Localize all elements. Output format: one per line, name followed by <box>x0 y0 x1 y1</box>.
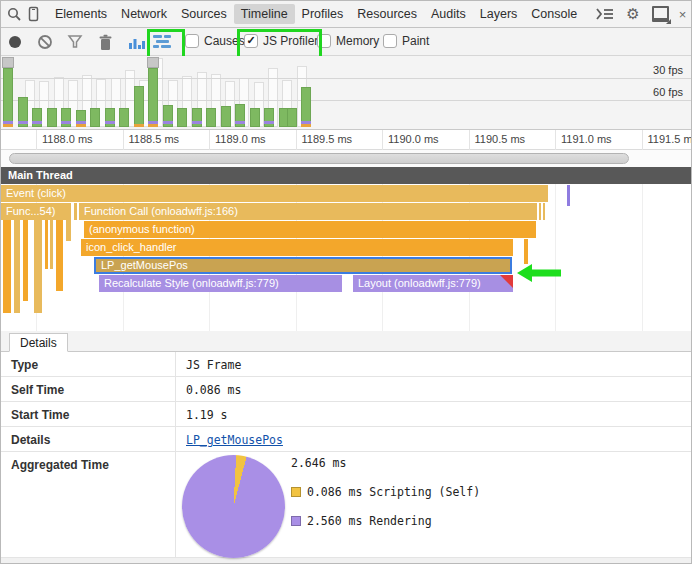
timeline-controls-toolbar: Causes✓JS ProfilerMemoryPaint <box>1 28 691 56</box>
checkbox-box[interactable] <box>317 34 331 48</box>
flame-stripe-bar[interactable] <box>3 220 11 313</box>
tab-sources[interactable]: Sources <box>174 4 234 24</box>
detail-value: JS Frame <box>176 352 241 376</box>
flame-gridline <box>642 184 643 331</box>
detail-link[interactable]: LP_getMousePos <box>186 433 283 447</box>
ruler-label: 1188.0 ms <box>42 133 93 145</box>
frame-bar <box>235 56 245 127</box>
flame-bar-func-54[interactable]: Func...54) <box>1 203 71 220</box>
checkbox-label: Memory <box>336 34 379 48</box>
checkbox-box[interactable]: ✓ <box>244 34 258 48</box>
detail-row-type: TypeJS Frame <box>1 352 691 377</box>
tab-timeline[interactable]: Timeline <box>234 4 295 24</box>
record-button[interactable] <box>9 36 21 48</box>
ruler-tick <box>555 130 556 150</box>
filter-icon[interactable] <box>67 34 83 50</box>
ruler-tick <box>382 130 383 150</box>
flame-bar-function-call-onloadwff-js-166[interactable]: Function Call (onloadwff.js:166) <box>79 203 537 220</box>
flame-bar-event-click[interactable]: Event (click) <box>1 185 548 202</box>
flamechart-view-icon[interactable] <box>153 35 173 49</box>
checkbox-js-profiler[interactable]: ✓JS Profiler <box>244 34 318 48</box>
timeline-overview-chart[interactable]: 30 fps60 fps <box>1 56 691 130</box>
settings-gear-icon[interactable]: ⚙ <box>626 5 639 23</box>
detail-label: Start Time <box>1 402 176 426</box>
tab-network[interactable]: Network <box>114 4 174 24</box>
flame-bar-layout-onloadwff-js-779[interactable]: Layout (onloadwff.js:779) <box>353 275 513 292</box>
ruler-label: 1191.5 ms <box>648 133 692 145</box>
frame-bar <box>163 56 173 127</box>
flame-stripe-bar[interactable] <box>23 220 28 301</box>
flame-fragment[interactable] <box>543 203 546 220</box>
pie-legend-item: 2.560 ms Rendering <box>291 514 480 528</box>
flame-fragment[interactable] <box>539 203 542 220</box>
checkbox-box[interactable] <box>185 34 199 48</box>
frame-bar <box>18 56 28 127</box>
legend-swatch <box>291 487 301 497</box>
flame-bar-anonymous-function[interactable]: (anonymous function) <box>84 221 536 238</box>
aggregated-time-pie <box>182 455 285 558</box>
checkbox-memory[interactable]: Memory <box>317 34 379 48</box>
clear-icon[interactable] <box>37 34 53 50</box>
flame-bar-lp-getmousepos[interactable]: LP_getMousePos <box>94 257 512 274</box>
frame-bar <box>221 56 231 127</box>
checkbox-box[interactable] <box>383 34 397 48</box>
flame-chart[interactable]: Event (click)Func...54)Function Call (on… <box>1 184 691 331</box>
main-toolbar: ElementsNetworkSourcesTimelineProfilesRe… <box>1 1 691 28</box>
ruler-label: 1191.0 ms <box>561 133 612 145</box>
device-mode-icon[interactable] <box>28 5 40 23</box>
flame-stripe-bar[interactable] <box>45 220 48 269</box>
flame-fragment[interactable] <box>524 239 528 264</box>
tab-elements[interactable]: Elements <box>48 4 114 24</box>
legend-swatch <box>291 516 301 526</box>
frame-bar <box>3 56 13 127</box>
console-drawer-icon[interactable] <box>596 8 614 20</box>
flame-stripe-bar[interactable] <box>34 220 42 313</box>
flame-fragment[interactable] <box>74 203 77 220</box>
checkbox-paint[interactable]: Paint <box>383 34 429 48</box>
frame-bar <box>264 56 274 127</box>
checkbox-label: Paint <box>402 34 429 48</box>
flame-fragment[interactable] <box>567 185 570 206</box>
ruler-label: 1190.0 ms <box>388 133 439 145</box>
tab-details[interactable]: Details <box>9 333 68 352</box>
frame-bar <box>47 56 57 127</box>
flame-stripe-bar[interactable] <box>14 220 20 313</box>
overview-scroll-track[interactable] <box>1 150 691 167</box>
memory-stats-icon[interactable] <box>128 34 146 50</box>
ruler-tick <box>642 130 643 150</box>
ruler-tick <box>36 130 37 150</box>
tab-resources[interactable]: Resources <box>350 4 424 24</box>
flame-gridline <box>555 184 556 331</box>
pie-total-label: 2.646 ms <box>291 456 480 470</box>
flame-stripe-bar[interactable] <box>66 220 71 241</box>
frame-bar <box>105 56 115 127</box>
toolbar-right-icons: ⚙ × <box>584 5 686 23</box>
tab-audits[interactable]: Audits <box>424 4 473 24</box>
checkbox-causes[interactable]: Causes <box>185 34 245 48</box>
trash-icon[interactable] <box>98 34 113 51</box>
flame-stripe-bar[interactable] <box>50 220 53 269</box>
main-thread-header: Main Thread <box>1 167 691 184</box>
flame-stripe-bar[interactable] <box>56 220 63 291</box>
flame-bar-recalculate-style-onloadwff-js-779[interactable]: Recalculate Style (onloadwff.js:779) <box>99 275 342 292</box>
ruler-tick <box>209 130 210 150</box>
legend-label: 0.086 ms Scripting (Self) <box>307 485 480 499</box>
frame-bar <box>76 56 86 127</box>
frame-bar <box>32 56 42 127</box>
flame-bar-icon-click-handler[interactable]: icon_click_handler <box>81 239 513 256</box>
frame-bar-clip-cap <box>2 57 14 68</box>
tab-console[interactable]: Console <box>524 4 584 24</box>
search-icon[interactable] <box>7 5 22 23</box>
pie-legend-item: 0.086 ms Scripting (Self) <box>291 485 480 499</box>
fps-gridline-label: 30 fps <box>653 64 683 76</box>
tab-layers[interactable]: Layers <box>473 4 525 24</box>
fps-gridline-label: 60 fps <box>653 86 683 98</box>
tab-profiles[interactable]: Profiles <box>295 4 351 24</box>
close-icon[interactable]: × <box>679 7 687 22</box>
frame-bar <box>206 56 216 127</box>
aggregated-time-legend: 2.646 ms0.086 ms Scripting (Self)2.560 m… <box>291 456 480 543</box>
overview-scroll-thumb[interactable] <box>9 153 629 164</box>
detail-row-self-time: Self Time0.086 ms <box>1 377 691 402</box>
green-arrow-annotation <box>515 260 563 286</box>
dock-side-icon[interactable] <box>652 6 669 22</box>
